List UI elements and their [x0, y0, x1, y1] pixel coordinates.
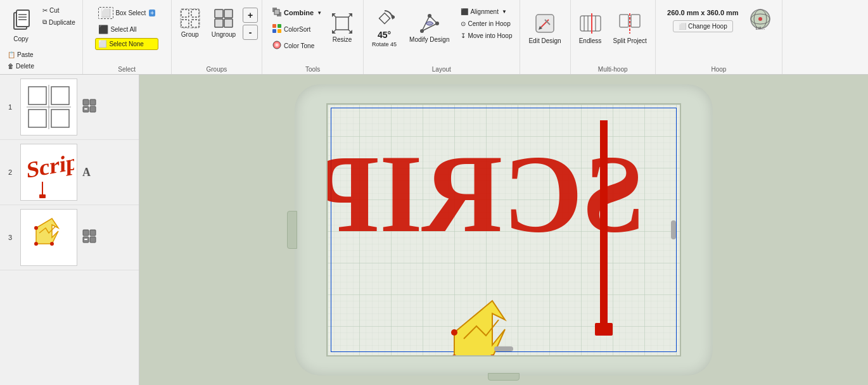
svg-rect-17	[272, 24, 276, 28]
svg-point-78	[451, 329, 457, 336]
item-number-3: 3	[5, 234, 15, 241]
change-hoop-icon: ⬜	[679, 23, 686, 30]
combine-dropdown-arrow: ▼	[317, 10, 322, 16]
item-number-2: 2	[5, 168, 15, 176]
layout-label: Layout	[432, 65, 451, 73]
svg-rect-20	[278, 29, 281, 33]
move-into-hoop-icon: ↧	[461, 32, 466, 39]
multihoop-label: Multi-hoop	[598, 65, 628, 73]
svg-marker-31	[392, 15, 395, 20]
item-1-type-icon	[82, 99, 96, 116]
svg-rect-77	[595, 323, 613, 336]
paste-icon: 📋	[8, 51, 15, 58]
cut-button[interactable]: ✂ Cut	[39, 5, 79, 16]
life-view-button[interactable]: Lif...	[746, 5, 774, 33]
svg-text:Script: Script	[27, 148, 74, 183]
color-tone-icon	[272, 40, 282, 51]
svg-rect-58	[90, 99, 96, 105]
svg-rect-53	[29, 87, 46, 104]
color-sort-button[interactable]: ColorSort	[269, 22, 325, 37]
duplicate-button[interactable]: ⧉ Duplicate	[39, 16, 79, 28]
svg-rect-68	[83, 230, 89, 236]
hoop-size-display: 260.0 mm x 360.0 mm	[663, 8, 743, 18]
copy-button[interactable]: Copy	[4, 3, 38, 48]
change-hoop-button[interactable]: ⬜ Change Hoop	[673, 20, 733, 32]
design-item-3[interactable]: 3	[0, 205, 139, 270]
main-area: 1	[0, 75, 868, 385]
svg-rect-13	[224, 19, 233, 27]
svg-rect-7	[181, 20, 189, 27]
svg-rect-12	[215, 19, 223, 27]
svg-rect-44	[631, 15, 640, 27]
ungroup-icon	[214, 8, 234, 30]
remove-from-group-button[interactable]: -	[243, 25, 258, 40]
group-icon	[180, 8, 200, 30]
svg-rect-22	[336, 17, 348, 30]
modify-design-icon	[419, 13, 440, 35]
rotate45-button[interactable]: 45° Rotate 45	[367, 5, 401, 51]
paste-button[interactable]: 📋 Paste	[4, 49, 37, 60]
ungroup-button[interactable]: Ungroup	[207, 5, 240, 41]
svg-rect-9	[181, 9, 200, 28]
groups-section: Group Ungroup +	[172, 0, 262, 74]
svg-point-21	[273, 41, 281, 49]
center-in-hoop-icon: ⊙	[461, 20, 466, 27]
box-select-button[interactable]: ⬜ Box Select +	[95, 5, 158, 21]
rotate45-icon	[374, 8, 395, 30]
split-project-icon	[618, 12, 641, 36]
edit-design-button[interactable]: Edit Design	[524, 5, 565, 51]
hoop-section: 260.0 mm x 360.0 mm ⬜ Change Hoop Lif...…	[656, 0, 782, 74]
edit-design-section: Edit Design	[520, 0, 571, 74]
alignment-button[interactable]: ⬛ Alignment ▼	[457, 6, 515, 17]
select-section: ⬜ Box Select + ⬛ Select All ⬜ Select Non…	[83, 0, 172, 74]
svg-rect-71	[90, 237, 96, 243]
hoop-outer: SCRIPT	[295, 84, 713, 376]
add-to-group-button[interactable]: +	[243, 8, 258, 23]
design-item-1[interactable]: 1	[0, 75, 139, 140]
item-number-1: 1	[5, 103, 15, 111]
select-none-button[interactable]: ⬜ Select None	[95, 38, 158, 50]
cut-icon: ✂	[42, 7, 48, 14]
modify-design-button[interactable]: Modify Design	[405, 5, 454, 51]
select-all-button[interactable]: ⬛ Select All	[95, 23, 158, 36]
select-none-icon: ⬜	[98, 40, 107, 48]
svg-point-34	[428, 14, 431, 18]
color-tone-button[interactable]: Color Tone	[269, 38, 325, 53]
item-3-type-icon	[82, 229, 96, 246]
svg-rect-1	[16, 10, 29, 27]
svg-rect-32	[379, 13, 390, 24]
center-in-hoop-button[interactable]: ⊙ Center in Hoop	[457, 18, 515, 29]
alignment-dropdown-arrow: ▼	[502, 9, 507, 15]
svg-point-66	[34, 242, 38, 246]
multihoop-section: Endless Split Project Multi-hoop	[571, 0, 656, 74]
svg-rect-55	[29, 110, 46, 127]
svg-point-33	[420, 29, 424, 33]
combine-button[interactable]: Combine ▼	[269, 5, 325, 20]
group-button[interactable]: Group	[176, 5, 205, 41]
item-thumb-2: Script	[20, 144, 77, 201]
select-label: Select	[118, 65, 136, 73]
move-into-hoop-button[interactable]: ↧ Move into Hoop	[457, 30, 515, 41]
resize-button[interactable]: Resize	[328, 5, 357, 51]
delete-icon: 🗑	[8, 63, 14, 70]
svg-rect-5	[181, 9, 189, 17]
select-all-icon: ⬛	[98, 25, 108, 34]
design-item-2[interactable]: 2 Script A	[0, 140, 139, 205]
svg-point-65	[34, 226, 38, 230]
delete-button[interactable]: 🗑 Delete	[4, 61, 37, 72]
svg-rect-19	[272, 29, 276, 33]
svg-rect-61	[84, 108, 87, 110]
item-thumb-1	[20, 79, 77, 136]
tools-label: Tools	[305, 65, 320, 73]
item-2-type-icon: A	[82, 166, 91, 179]
endless-button[interactable]: Endless	[575, 5, 606, 51]
copy-icon	[11, 9, 30, 34]
copy-label: Copy	[13, 35, 28, 42]
split-project-button[interactable]: Split Project	[609, 5, 651, 51]
svg-rect-16	[274, 9, 279, 15]
svg-rect-64	[39, 194, 46, 198]
combine-icon	[272, 7, 282, 18]
canvas-area[interactable]: SCRIPT	[139, 75, 868, 385]
svg-point-35	[435, 22, 439, 25]
layout-section: 45° Rotate 45 Modify Design ⬛	[364, 0, 520, 74]
